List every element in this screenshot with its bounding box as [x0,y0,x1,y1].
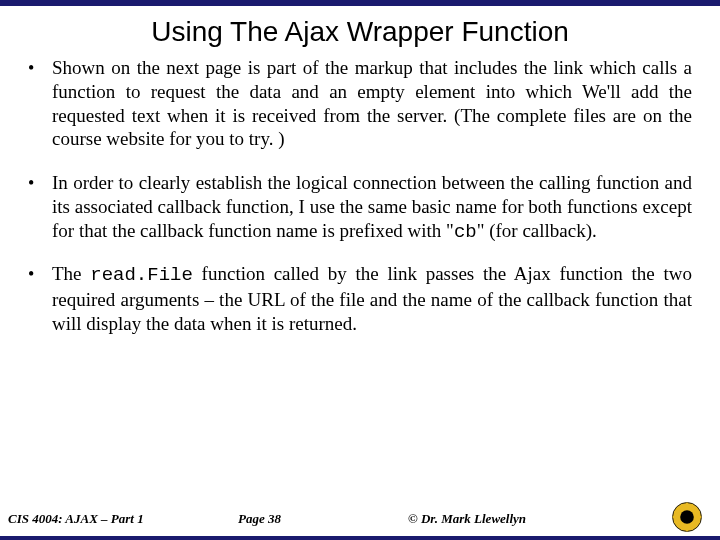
footer-author: © Dr. Mark Llewellyn [408,511,526,527]
ucf-logo-icon [670,500,704,534]
bullet-text-pre: Shown on the next page is part of the ma… [52,57,692,149]
svg-rect-2 [686,503,688,508]
bullet-item: • Shown on the next page is part of the … [28,56,692,153]
page-title: Using The Ajax Wrapper Function [0,6,720,56]
svg-rect-5 [696,516,701,518]
footer-course: CIS 4004: AJAX – Part 1 [8,511,238,527]
bullet-text: Shown on the next page is part of the ma… [52,56,692,153]
bullet-text: The read.File function called by the lin… [52,262,692,335]
bullet-text: In order to clearly establish the logica… [52,171,692,244]
footer-page: Page 38 [238,511,408,527]
svg-point-1 [680,510,694,524]
bullet-mark-icon: • [28,171,52,195]
content-area: • Shown on the next page is part of the … [0,56,720,502]
bullet-mark-icon: • [28,56,52,80]
bullet-text-pre: The [52,263,90,284]
slide: Using The Ajax Wrapper Function • Shown … [0,0,720,540]
bullet-item: • The read.File function called by the l… [28,262,692,335]
svg-rect-4 [673,516,678,518]
bullet-mark-icon: • [28,262,52,286]
bullet-text-code: read.File [90,264,193,286]
svg-rect-3 [686,526,688,531]
bullet-text-mid: " (for callback). [477,220,597,241]
footer: CIS 4004: AJAX – Part 1 Page 38 © Dr. Ma… [0,502,720,536]
bullet-text-code: cb [454,221,477,243]
bullet-item: • In order to clearly establish the logi… [28,171,692,244]
